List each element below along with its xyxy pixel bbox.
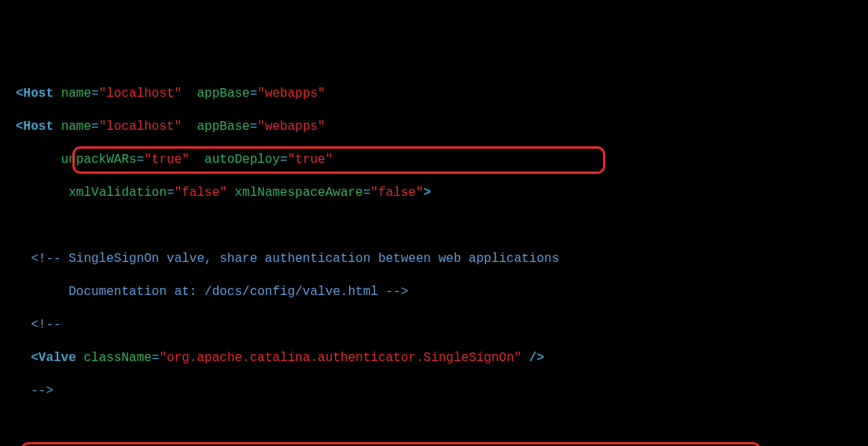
attr-value: "localhost"	[99, 120, 182, 134]
attr-value: "localhost"	[99, 87, 182, 101]
code-line: <!--	[0, 317, 868, 334]
attr-name: name	[61, 87, 91, 101]
code-line: Documentation at: /docs/config/valve.htm…	[0, 284, 868, 300]
code-line: <!-- SingleSignOn valve, share authentic…	[0, 251, 868, 267]
attr-value: "false"	[370, 186, 423, 200]
attr-name: unpackWARs	[61, 153, 137, 167]
attr-name: appBase	[197, 87, 249, 101]
attr-value: "webapps"	[257, 87, 325, 101]
angle-open-icon: <	[16, 120, 24, 134]
code-line: xmlValidation="false" xmlNamespaceAware=…	[0, 185, 868, 201]
code-line: <Host name="localhost" appBase="webapps"	[0, 119, 868, 135]
angle-close-icon: />	[521, 351, 544, 365]
attr-name: appBase	[197, 120, 249, 134]
angle-open-icon: <	[16, 87, 24, 101]
comment-text: <!-- SingleSignOn valve, share authentic…	[31, 252, 559, 266]
angle-close-icon: >	[424, 186, 432, 200]
code-line-blank	[0, 218, 868, 234]
angle-open-icon: <	[31, 351, 39, 365]
element-name: Valve	[39, 351, 76, 365]
attr-value: "org.apache.catalina.authenticator.Singl…	[159, 351, 521, 365]
attr-value: "false"	[175, 186, 227, 200]
comment-close-icon: -->	[31, 384, 53, 398]
attr-name: xmlValidation	[68, 186, 167, 200]
element-name: Host	[24, 87, 53, 101]
attr-value: "webapps"	[257, 120, 325, 134]
comment-open-icon: <!--	[31, 318, 61, 332]
code-editor[interactable]: <Host name="localhost" appBase="webapps"…	[0, 69, 868, 446]
attr-value: "true"	[288, 153, 333, 167]
code-line: -->	[0, 383, 868, 400]
comment-text: Documentation at: /docs/config/valve.htm…	[31, 285, 408, 299]
attr-name: autoDeploy	[204, 153, 280, 167]
code-line: <Host name="localhost" appBase="webapps"	[0, 86, 868, 102]
attr-value: "true"	[144, 153, 189, 167]
code-line: unpackWARs="true" autoDeploy="true"	[0, 152, 868, 168]
element-name: Host	[24, 120, 53, 134]
attr-name: name	[61, 120, 91, 134]
highlight-box	[20, 442, 761, 446]
code-line: <Valve className="org.apache.catalina.au…	[0, 350, 868, 367]
code-line-blank	[0, 416, 868, 433]
attr-name: className	[83, 351, 151, 365]
attr-name: xmlNamespaceAware	[234, 186, 362, 200]
